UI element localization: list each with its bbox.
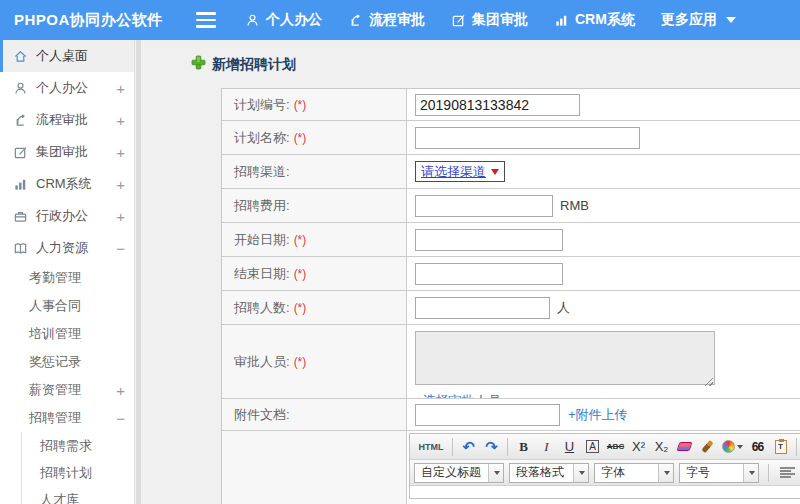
sidebar-scrollbar-thumb[interactable] — [136, 40, 141, 504]
sidebar-item-talent-pool[interactable]: 人才库 — [0, 486, 141, 504]
topnav-crm-system[interactable]: CRM系统 — [541, 0, 648, 40]
topnav-more-apps[interactable]: 更多应用 — [648, 0, 749, 40]
recruit-count-input[interactable] — [415, 297, 550, 319]
autotypeset-button[interactable]: A — [581, 437, 604, 457]
sidebar-item-recruitment-demand[interactable]: 招聘需求 — [0, 432, 141, 459]
sidebar-item-recruitment-plan[interactable]: 招聘计划 — [0, 459, 141, 486]
required-mark: (*) — [294, 98, 307, 112]
sidebar-item-recruitment-mgmt[interactable]: 招聘管理− — [0, 404, 141, 432]
bold-button[interactable]: B — [512, 437, 535, 457]
redo-icon[interactable]: ↷ — [480, 437, 503, 457]
sidebar-item-crm-system[interactable]: CRM系统+ — [0, 168, 141, 200]
font-family-select[interactable]: 字体 — [594, 463, 674, 483]
editor-toolbar-row1: HTML↶↷BIUAABCX²X₂66TAab — [410, 434, 800, 460]
recruit-channel-select[interactable]: 请选择渠道 — [415, 161, 505, 182]
caret-down-icon — [491, 169, 499, 175]
sidebar-item-attendance-mgmt[interactable]: 考勤管理 — [0, 264, 141, 292]
sidebar-item-label: 招聘计划 — [40, 464, 92, 482]
undo-icon[interactable]: ↶ — [457, 437, 480, 457]
editor-content-area[interactable] — [410, 486, 800, 498]
edit-icon — [13, 145, 28, 160]
plan-no-input[interactable] — [415, 94, 580, 116]
topnav-label: 流程审批 — [369, 11, 425, 29]
field-value-cell: 请选择渠道 — [407, 155, 800, 188]
start-date-input[interactable] — [415, 229, 563, 251]
blockquote-button[interactable]: 66 — [746, 437, 769, 457]
form-row-recruit-channel: 招聘渠道:请选择渠道 — [222, 155, 800, 189]
select-approvers-link[interactable]: +选择审批人员 — [415, 392, 800, 398]
field-label-cell: 结束日期:(*) — [222, 257, 407, 290]
attachment-upload-link[interactable]: +附件上传 — [568, 406, 628, 424]
attachment-input[interactable] — [415, 404, 560, 426]
eraser-icon[interactable] — [673, 437, 696, 457]
sidebar-item-personal-office[interactable]: 个人办公+ — [0, 72, 141, 104]
sidebar-item-label: 人才库 — [40, 491, 79, 504]
field-label-cell — [222, 431, 407, 504]
caret-down-icon[interactable] — [573, 464, 588, 482]
chart-icon — [554, 13, 569, 28]
sidebar-item-workflow-approval[interactable]: 流程审批+ — [0, 104, 141, 136]
required-mark: (*) — [294, 355, 307, 369]
sidebar-item-human-resources[interactable]: 人力资源− — [0, 232, 141, 264]
topnav-personal-office[interactable]: 个人办公 — [232, 0, 335, 40]
form-row-approvers: 审批人员:(*)+选择审批人员 — [222, 325, 800, 399]
align-left-icon[interactable] — [776, 463, 799, 483]
topnav-label: 更多应用 — [661, 11, 717, 29]
sidebar-item-label: 个人办公 — [36, 79, 88, 97]
sidebar-item-label: 培训管理 — [29, 325, 81, 343]
collapse-icon[interactable]: − — [116, 410, 125, 427]
field-label-cell: 计划名称:(*) — [222, 121, 407, 154]
sidebar-item-admin-office[interactable]: 行政办公+ — [0, 200, 141, 232]
expand-icon[interactable]: + — [116, 144, 125, 161]
end-date-input[interactable] — [415, 263, 563, 285]
sidebar-item-personnel-contract[interactable]: 人事合同 — [0, 292, 141, 320]
field-value-cell — [407, 223, 800, 256]
italic-button[interactable]: I — [535, 437, 558, 457]
caret-down-icon[interactable] — [658, 464, 673, 482]
collapse-icon[interactable]: − — [116, 240, 125, 257]
sidebar-item-label: CRM系统 — [36, 175, 92, 193]
strikethrough-button[interactable]: ABC — [604, 437, 627, 457]
expand-icon[interactable]: + — [116, 208, 125, 225]
form-row-attachment: 附件文档:+附件上传 — [222, 399, 800, 431]
expand-icon[interactable]: + — [116, 176, 125, 193]
expand-icon[interactable]: + — [116, 382, 125, 399]
sidebar-item-label: 集团审批 — [36, 143, 88, 161]
topnav-label: CRM系统 — [575, 11, 635, 29]
field-value-cell: HTML↶↷BIUAABCX²X₂66TAab自定义标题段落格式字体字号∞ — [407, 431, 800, 504]
font-size-select[interactable]: 字号 — [679, 463, 759, 483]
expand-icon[interactable]: + — [116, 80, 125, 97]
sidebar-item-salary-mgmt[interactable]: 薪资管理+ — [0, 376, 141, 404]
superscript-button[interactable]: X² — [627, 437, 650, 457]
paragraph-select[interactable]: 段落格式 — [509, 463, 589, 483]
caret-down-icon[interactable] — [488, 464, 503, 482]
expand-icon[interactable]: + — [116, 112, 125, 129]
glyph: 66 — [752, 440, 763, 454]
sidebar-scrollbar[interactable] — [134, 40, 141, 504]
subscript-button[interactable]: X₂ — [650, 437, 673, 457]
sidebar-item-reward-punishment[interactable]: 奖惩记录 — [0, 348, 141, 376]
sidebar-item-personal-desktop[interactable]: 个人桌面 — [0, 40, 141, 72]
plan-name-input[interactable] — [415, 127, 640, 149]
custom-title-select[interactable]: 自定义标题 — [414, 463, 504, 483]
form-row-content-editor: HTML↶↷BIUAABCX²X₂66TAab自定义标题段落格式字体字号∞ — [222, 431, 800, 504]
underline-button[interactable]: U — [558, 437, 581, 457]
recruit-cost-input[interactable] — [415, 195, 553, 217]
caret-down-icon[interactable] — [743, 464, 758, 482]
field-value-cell: RMB — [407, 189, 800, 222]
unit-suffix: 人 — [557, 299, 570, 317]
pastetext-icon[interactable]: T — [769, 437, 792, 457]
field-label: 计划名称: — [234, 129, 290, 147]
menu-toggle-icon[interactable] — [196, 12, 216, 28]
topnav-workflow-approval[interactable]: 流程审批 — [335, 0, 438, 40]
topnav-group-approval[interactable]: 集团审批 — [438, 0, 541, 40]
approvers-textarea[interactable] — [415, 331, 715, 385]
formatmatch-icon[interactable] — [696, 437, 719, 457]
edit-icon — [451, 13, 466, 28]
combo-value: 字体 — [595, 464, 658, 481]
sidebar-item-training-mgmt[interactable]: 培训管理 — [0, 320, 141, 348]
source-button[interactable]: HTML — [414, 437, 448, 457]
autoformat-icon[interactable] — [719, 437, 746, 457]
sidebar-item-group-approval[interactable]: 集团审批+ — [0, 136, 141, 168]
toolbar-separator — [796, 438, 797, 456]
